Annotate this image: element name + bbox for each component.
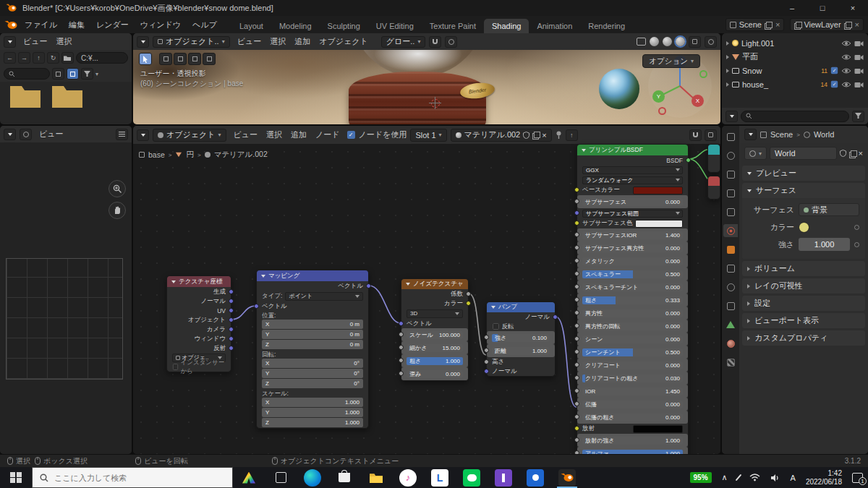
input-socket[interactable] — [574, 271, 579, 276]
node-output[interactable]: カメラ — [167, 325, 231, 334]
input-socket[interactable] — [399, 332, 404, 337]
properties-tab[interactable] — [723, 281, 738, 294]
ime-indicator[interactable]: A — [786, 467, 801, 488]
eye-visibility-icon[interactable] — [841, 40, 851, 47]
location-z[interactable]: Z0 m — [262, 340, 363, 349]
node-slider[interactable]: 歪み0.000 — [401, 367, 468, 380]
menu-item[interactable]: 選択 — [53, 35, 76, 48]
select-mode-intersect-icon[interactable] — [203, 53, 216, 65]
input-socket[interactable] — [399, 358, 404, 363]
input-socket[interactable] — [574, 426, 579, 431]
color-swatch[interactable] — [635, 220, 683, 228]
input-socket[interactable] — [574, 323, 579, 328]
location-y[interactable]: Y0 m — [262, 330, 363, 339]
unlink-scene-icon[interactable]: × — [775, 20, 780, 29]
menu-item[interactable]: 追加 — [287, 128, 310, 142]
collection-checkbox[interactable]: ✓ — [830, 67, 838, 74]
bsdf-output[interactable]: BSDF — [577, 155, 688, 165]
principled-row[interactable]: スペキュラー スペキュラー0.500 — [577, 267, 688, 281]
workspace-tab[interactable]: Rendering — [580, 19, 633, 33]
menu-item[interactable]: ノード — [312, 128, 344, 142]
object-name[interactable]: Light.001 — [741, 39, 774, 48]
menu-item[interactable]: 選択 — [263, 128, 286, 142]
output-socket[interactable] — [686, 158, 691, 163]
select-mode-new-icon[interactable] — [159, 53, 172, 65]
camera-render-icon[interactable] — [854, 40, 864, 47]
pen-icon[interactable] — [733, 467, 744, 488]
input-socket[interactable] — [484, 359, 489, 364]
pin-icon[interactable] — [556, 131, 562, 140]
overlays-icon[interactable] — [689, 36, 701, 48]
shading-solid-icon[interactable] — [650, 37, 659, 46]
expand-arrow-icon[interactable] — [726, 41, 729, 46]
hamburger-menu-icon[interactable] — [116, 129, 128, 140]
panel-preview[interactable]: プレビュー — [742, 166, 865, 181]
input-socket[interactable] — [574, 310, 579, 315]
input-socket[interactable] — [574, 245, 579, 250]
transform-orientation-dropdown[interactable]: グロー..▾ — [381, 36, 426, 48]
object-name[interactable]: Snow — [742, 67, 762, 75]
scale-z[interactable]: Z1.000 — [262, 418, 363, 427]
noise-texture-node[interactable]: ノイズテクスチャ 係数カラー 3D ベクトル スケール100.000 — [401, 278, 469, 381]
mapping-node[interactable]: マッピング ベクトル タイプ: ポイント ベクトル 位置: X0 m Y0 m … — [256, 270, 369, 429]
rotation-z[interactable]: Z0° — [262, 379, 363, 388]
principled-bsdf-node[interactable]: プリンシプルBSDF BSDF GGX GGX — [576, 144, 689, 454]
input-socket[interactable] — [574, 258, 579, 263]
forward-button[interactable]: → — [18, 52, 30, 64]
panel-surface[interactable]: サーフェス サーフェス 背景 カラー — [742, 183, 865, 259]
overlays-icon[interactable] — [705, 129, 717, 141]
outliner-search-input[interactable] — [741, 111, 849, 122]
material-selector[interactable]: マテリアル.002 × — [451, 129, 552, 142]
input-socket[interactable] — [399, 345, 404, 350]
select-mode-extend-icon[interactable] — [174, 53, 187, 65]
image-datablock-icon[interactable] — [20, 129, 32, 140]
principled-row[interactable]: 伝播 伝播0.000 — [577, 398, 688, 411]
collapsed-panel[interactable]: ボリューム — [742, 261, 865, 276]
output-socket[interactable] — [366, 283, 371, 288]
filter-funnel-icon[interactable] — [852, 111, 864, 122]
properties-tab[interactable] — [723, 149, 738, 162]
properties-tab[interactable] — [723, 205, 738, 218]
principled-row[interactable]: サブサーフェス サブサーフェス0.000 — [577, 195, 688, 208]
bump-node[interactable]: バンプ ノーマル 反転 強さ0.100 — [486, 301, 556, 377]
output-socket[interactable] — [229, 327, 234, 332]
back-button[interactable]: ← — [4, 52, 16, 64]
workspace-tab[interactable]: Texture Paint — [422, 19, 484, 33]
proportional-edit-icon[interactable] — [445, 36, 457, 48]
input-socket[interactable] — [574, 199, 579, 204]
principled-row[interactable]: 粗さ 粗さ0.333 — [577, 294, 688, 307]
menu-item[interactable]: レンダー — [90, 17, 135, 33]
battery-badge[interactable]: 95% — [690, 472, 712, 483]
wifi-icon[interactable] — [744, 467, 765, 488]
minimize-button[interactable]: – — [777, 0, 807, 16]
partial-node[interactable] — [707, 144, 720, 173]
menu-item[interactable]: オブジェクト — [315, 35, 372, 48]
menu-item[interactable]: 選択 — [266, 35, 289, 48]
principled-row[interactable]: シーンチント シーンチント0.500 — [577, 346, 688, 359]
input-socket[interactable] — [574, 362, 579, 367]
fake-user-shield-icon[interactable] — [523, 132, 529, 139]
principled-row[interactable]: アルファ アルファ1.000 — [577, 447, 688, 454]
mapping-type-dropdown[interactable]: ポイント — [285, 292, 363, 301]
camera-render-icon[interactable] — [854, 81, 864, 88]
new-viewlayer-icon[interactable] — [844, 22, 851, 28]
input-socket[interactable] — [484, 335, 489, 340]
snap-magnet-icon[interactable] — [689, 129, 702, 141]
animate-dot-icon[interactable] — [854, 242, 859, 247]
principled-row[interactable]: シーン シーン0.000 — [577, 333, 688, 346]
shading-material-icon[interactable] — [663, 37, 672, 46]
taskbar-search[interactable] — [32, 467, 233, 488]
node-output[interactable]: UV — [167, 306, 231, 315]
editor-type-icon[interactable] — [744, 129, 757, 140]
blender-logo-icon[interactable] — [4, 20, 17, 30]
select-mode-subtract-icon[interactable] — [188, 53, 201, 65]
file-explorer-icon[interactable] — [360, 467, 392, 488]
node-slider[interactable]: 粗さ1.000 — [401, 354, 468, 367]
refresh-button[interactable]: ↻ — [47, 52, 59, 64]
expand-arrow-icon[interactable] — [726, 55, 729, 59]
world-color-swatch[interactable] — [799, 222, 809, 233]
scale-y[interactable]: Y1.000 — [262, 408, 363, 417]
node-output[interactable]: ノーマル — [487, 312, 555, 322]
vector-input[interactable]: ベクトル — [257, 301, 368, 311]
input-socket[interactable] — [574, 210, 579, 215]
